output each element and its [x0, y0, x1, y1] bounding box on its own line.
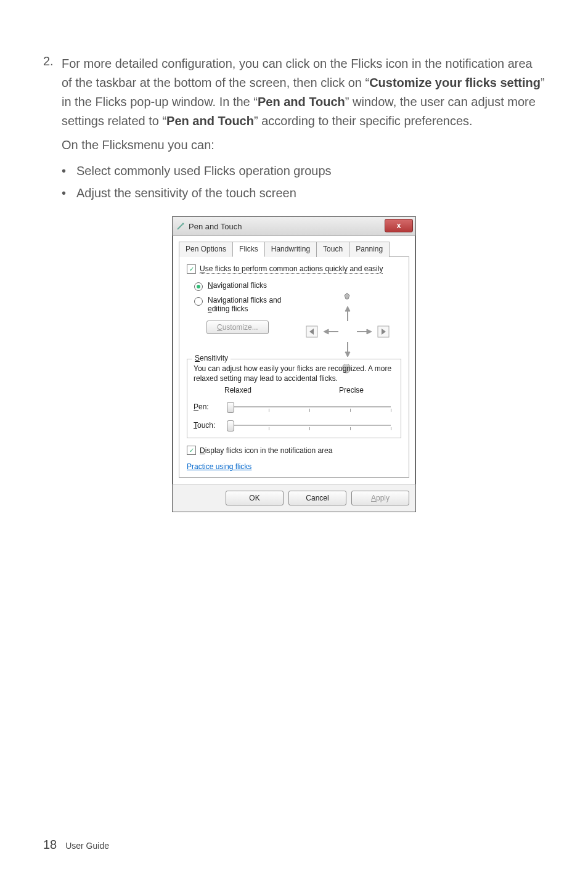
sensitivity-group: Sensitivity You can adjust how easily yo… [187, 359, 401, 438]
tab-touch[interactable]: Touch [316, 242, 349, 257]
r1-accel: N [208, 281, 213, 290]
practice-using-flicks-link[interactable]: Practice using flicks [187, 462, 401, 471]
tab-panning[interactable]: Panning [349, 242, 390, 257]
r2-rest: diting flicks [212, 304, 248, 313]
r1-rest: avigational flicks [213, 281, 267, 290]
close-button[interactable]: x [385, 219, 413, 232]
navigational-flicks-radio[interactable] [194, 282, 203, 291]
touch-slider-label: Touch: [194, 421, 224, 430]
tab-flicks[interactable]: Flicks [232, 242, 265, 257]
touch-rest: ouch: [197, 421, 215, 430]
footer-label: User Guide [65, 841, 109, 851]
svg-line-0 [178, 224, 182, 229]
bullet-dot-icon: • [62, 183, 76, 203]
p1f: Pen and Touch [166, 114, 254, 128]
pen-accel: P [194, 403, 198, 411]
pen-rest: en: [198, 403, 209, 411]
customize-button[interactable]: Customize... [206, 321, 269, 334]
page-number: 18 [43, 838, 57, 851]
r2-accel: e [208, 304, 212, 313]
sensitivity-desc: You can adjust how easily your flicks ar… [194, 364, 394, 383]
p1d: Pen and Touch [258, 95, 345, 108]
bullet-text: Adjust the sensitivity of the touch scre… [76, 183, 296, 203]
disp-rest: isplay flicks icon in the notification a… [205, 446, 333, 455]
nav-editing-flicks-label: Navigational flicks and editing flicks [208, 296, 281, 313]
p1b: Customize your flicks setting [369, 76, 541, 89]
svg-point-1 [182, 223, 184, 225]
pen-slider-thumb[interactable] [227, 402, 234, 413]
pen-and-touch-dialog: Pen and Touch x Pen Options Flicks Handw… [172, 216, 416, 512]
ok-button[interactable]: OK [226, 491, 284, 505]
use-flicks-checkbox[interactable]: ✓ [187, 264, 196, 274]
bullet-item: • Select commonly used Flicks operation … [62, 161, 545, 181]
svg-marker-9 [367, 329, 372, 334]
paragraph-2: On the Flicksmenu you can: [62, 136, 545, 155]
use-flicks-rest: se flicks to perform common actions quic… [205, 264, 383, 273]
apply-button[interactable]: Apply [351, 491, 409, 505]
sensitivity-legend: Sensitivity [192, 354, 231, 362]
tab-strip: Pen Options Flicks Handwriting Touch Pan… [179, 241, 409, 257]
sens-rest: ensitivity [200, 354, 228, 362]
cust-rest: ustomize... [223, 323, 258, 332]
touch-slider[interactable] [228, 419, 391, 431]
navigational-flicks-label: Navigational flicks [208, 281, 267, 290]
page-footer: 18 User Guide [43, 838, 109, 852]
use-flicks-label: Use flicks to perform common actions qui… [200, 264, 383, 274]
touch-slider-thumb[interactable] [227, 420, 234, 431]
tab-pen-options[interactable]: Pen Options [179, 242, 233, 257]
bullet-item: • Adjust the sensitivity of the touch sc… [62, 183, 545, 203]
p1g: ” according to their specific preference… [254, 114, 473, 128]
cancel-button[interactable]: Cancel [288, 491, 346, 505]
sens-accel: S [195, 354, 200, 362]
apply-rest: pply [376, 494, 390, 502]
svg-marker-5 [345, 352, 350, 357]
r2-line1: Navigational flicks and [208, 296, 281, 304]
nav-editing-flicks-radio[interactable] [194, 297, 203, 306]
display-flicks-icon-checkbox[interactable]: ✓ [187, 446, 196, 455]
display-flicks-icon-label: Display flicks icon in the notification … [200, 446, 332, 455]
tab-handwriting[interactable]: Handwriting [264, 242, 317, 257]
apply-accel: A [371, 494, 376, 502]
dialog-title: Pen and Touch [189, 222, 242, 231]
cust-accel: C [217, 323, 223, 332]
svg-marker-7 [324, 329, 329, 334]
bullet-dot-icon: • [62, 161, 76, 181]
relaxed-label: Relaxed [224, 386, 251, 394]
paragraph-1: For more detailed configuration, you can… [62, 54, 545, 131]
list-number: 2. [43, 54, 62, 68]
bullet-text: Select commonly used Flicks operation gr… [76, 161, 332, 181]
precise-label: Precise [339, 386, 364, 394]
svg-marker-3 [345, 306, 350, 311]
disp-accel: D [200, 446, 205, 455]
pen-slider-label: Pen: [194, 403, 224, 411]
pen-icon [176, 222, 185, 231]
pen-slider[interactable] [228, 401, 391, 413]
use-flicks-accel: U [200, 264, 205, 273]
titlebar[interactable]: Pen and Touch x [173, 217, 415, 236]
